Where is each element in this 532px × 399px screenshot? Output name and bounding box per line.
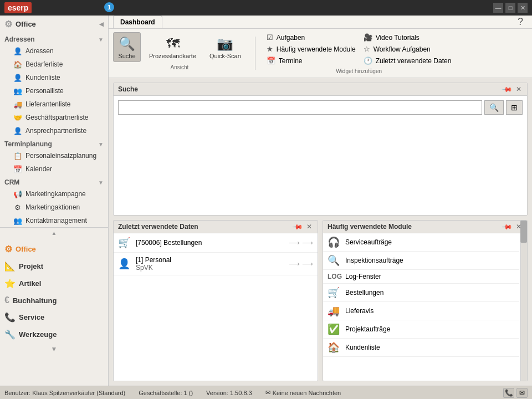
message-button[interactable]: ✉ [516, 388, 528, 398]
sidebar-item-personalliste[interactable]: 👥 Personalliste [0, 84, 108, 98]
ribbon-btn-label: Quick-Scan [209, 53, 241, 59]
status-messages-label: Keine neuen Nachrichten [273, 390, 341, 396]
sidebar-item-lieferantenliste[interactable]: 🚚 Lieferantenliste [0, 98, 108, 111]
freq-item-serviceauftraege[interactable]: 🎧 Serviceaufträge [323, 233, 519, 252]
search-widget-close-btn[interactable]: ✕ [515, 85, 523, 93]
sidebar-item-kundenliste[interactable]: 👤 Kundenliste [0, 71, 108, 84]
sidebar-item-marketingkampagne[interactable]: 📢 Marketingkampagne [0, 187, 108, 201]
ribbon-item-zuletzt[interactable]: 🕐 Zuletzt verwendete Daten [361, 55, 454, 66]
cart-icon: 🛒 [118, 237, 131, 249]
expand-more-btn[interactable]: ▲ [0, 227, 108, 238]
ribbon-btn-prozesslandkarte[interactable]: 🗺 Prozesslandkarte [144, 32, 201, 62]
freq-item-logfenster[interactable]: LOG Log-Fenster [323, 270, 519, 284]
recent-widget-close-btn[interactable]: ✕ [305, 223, 313, 231]
buchhaltung-icon: € [4, 295, 9, 305]
status-bar-right: 📞 ✉ [503, 388, 528, 398]
ribbon-widget-items: ☑ Aufgaben ★ Häufig verwendete Module 📅 … [264, 32, 454, 66]
phone-button[interactable]: 📞 [503, 388, 514, 398]
ribbon-item-label: Workflow Aufgaben [374, 45, 431, 53]
sidebar-item-service[interactable]: 📞 Service [0, 309, 108, 326]
recent-action-arrow3[interactable]: ⟶ [289, 259, 300, 268]
recent-item-bestellungen[interactable]: 🛒 [750006] Bestellungen ⟶ ⟶ [114, 233, 318, 253]
recent-item-personal[interactable]: 👤 [1] Personal SpVK ⟶ ⟶ [114, 253, 318, 275]
sidebar-subsection-terminplanung[interactable]: Terminplanung ▼ [0, 137, 108, 149]
ribbon-group-label-ansicht: Ansicht [171, 64, 189, 70]
status-user-label: Benutzer: Klaus Spitzenverkäufer (Standa… [4, 390, 125, 396]
pin-icon-frequent[interactable]: 📌 [502, 221, 513, 233]
logo: eserp [4, 2, 32, 13]
freq-item-inspektionsauftraege[interactable]: 🔍 Inspektionsaufträge [323, 252, 519, 270]
inspect-icon: 🔍 [328, 254, 341, 267]
service-icon: 📞 [4, 312, 16, 323]
search-widget-header: Suche 📌 ✕ [114, 83, 527, 96]
frequent-widget-controls: 📌 ✕ [503, 223, 523, 231]
notification-badge[interactable]: 1 [104, 2, 114, 12]
scan-icon: 📷 [216, 35, 234, 53]
headset-icon: 🎧 [328, 236, 341, 248]
recent-item-actions: ⟶ ⟶ [289, 238, 313, 247]
sidebar-item-artikel[interactable]: ⭐ Artikel [0, 275, 108, 292]
tab-dashboard[interactable]: Dashboard [113, 16, 162, 28]
freq-item-bestellungen[interactable]: 🛒 Bestellungen [323, 284, 519, 302]
close-button[interactable]: ✕ [518, 3, 528, 13]
sidebar-item-projekt[interactable]: 📐 Projekt [0, 258, 108, 275]
recent-action-arrow4[interactable]: ⟶ [302, 259, 313, 268]
window-controls: — □ ✕ [493, 3, 528, 13]
pin-icon-recent[interactable]: 📌 [292, 221, 304, 233]
frequent-widget: Häufig verwendete Module 📌 ✕ 🎧 Serviceau… [323, 220, 528, 381]
freq-item-kundenliste[interactable]: 🏠 Kundenliste [323, 339, 519, 357]
sidebar-section-office-top[interactable]: ⚙ Office ◀ [0, 16, 108, 33]
pin-icon[interactable]: 📌 [502, 84, 513, 95]
sidebar-item-bedarferliste[interactable]: 🏠 Bedarferliste [0, 58, 108, 71]
search-widget-body: 🔍 ⊞ [114, 96, 527, 140]
sidebar-item-label: Adressen [25, 47, 54, 55]
maximize-button[interactable]: □ [505, 3, 515, 13]
search-input[interactable] [118, 100, 482, 115]
ribbon-item-workflow[interactable]: ☆ Workflow Aufgaben [361, 44, 454, 54]
sidebar-item-buchhaltung[interactable]: € Buchhaltung [0, 292, 108, 309]
sidebar-subsection-crm[interactable]: CRM ▼ [0, 176, 108, 187]
gear-icon: ⚙ [4, 19, 12, 29]
sidebar-item-kontaktmanagement[interactable]: 👥 Kontaktmanagement [0, 214, 108, 227]
sidebar-item-label: Lieferantenliste [25, 100, 70, 108]
ribbon-btn-label: Suche [118, 53, 135, 59]
recent-item-text: [750006] Bestellungen [136, 239, 284, 247]
campaign-icon: 📢 [13, 190, 22, 198]
recent-action-arrow1[interactable]: ⟶ [289, 238, 300, 247]
sidebar-item-marketingaktionen[interactable]: ⚙ Marketingaktionen [0, 201, 108, 214]
freq-item-projektauftraege[interactable]: ✅ Projektaufträge [323, 320, 519, 339]
sidebar-item-geschaeftspartnerliste[interactable]: 🤝 Geschäftspartnerliste [0, 111, 108, 124]
sidebar-item-ansprechpartnerliste[interactable]: 👤 Ansprechpartnerliste [0, 124, 108, 137]
ribbon-btn-quickscan[interactable]: 📷 Quick-Scan [204, 32, 246, 62]
help-button[interactable]: ? [513, 16, 528, 28]
truck-icon: 🚚 [13, 100, 22, 109]
scroll-thumb[interactable] [520, 221, 527, 243]
sidebar-subsection-adressen[interactable]: Adressen ▼ [0, 33, 108, 44]
calendar-small-icon: 📅 [267, 57, 275, 65]
freq-item-label: Bestellungen [345, 289, 515, 296]
search-button[interactable]: 🔍 [484, 100, 504, 115]
chevron-down-icon: ▼ [98, 180, 104, 186]
minimize-button[interactable]: — [493, 3, 503, 13]
sidebar-item-office-active[interactable]: ⚙ Office [0, 241, 108, 258]
sidebar-item-adressen[interactable]: 👤 Adressen [0, 44, 108, 58]
chevron-down-icon: ▼ [98, 141, 104, 147]
ribbon-item-aufgaben[interactable]: ☑ Aufgaben [264, 32, 358, 43]
recent-action-arrow2[interactable]: ⟶ [302, 238, 313, 247]
subsection-label: Adressen [4, 35, 35, 43]
sidebar-item-personaleinsatzplanung[interactable]: 📋 Personaleinsatzplanung [0, 149, 108, 162]
ribbon-btn-label: Prozesslandkarte [149, 53, 196, 59]
subsection-label: Terminplanung [4, 140, 52, 148]
sidebar-item-werkzeuge[interactable]: 🔧 Werkzeuge [0, 326, 108, 343]
artikel-icon: ⭐ [4, 278, 16, 289]
sidebar-item-kalender[interactable]: 📅 Kalender [0, 162, 108, 176]
ribbon-item-haeufig[interactable]: ★ Häufig verwendete Module [264, 44, 358, 54]
ribbon-item-termine[interactable]: 📅 Termine [264, 55, 358, 66]
freq-item-label: Serviceaufträge [345, 238, 515, 246]
scroll-down-btn[interactable]: ▼ [0, 343, 108, 355]
calendar-icon: 📅 [13, 165, 22, 173]
freq-item-lieferavis[interactable]: 🚚 Lieferavis [323, 302, 519, 320]
ribbon-btn-suche[interactable]: 🔍 Suche [113, 32, 141, 62]
search-grid-button[interactable]: ⊞ [506, 100, 523, 115]
ribbon-item-video[interactable]: 🎥 Video Tutorials [361, 32, 454, 43]
